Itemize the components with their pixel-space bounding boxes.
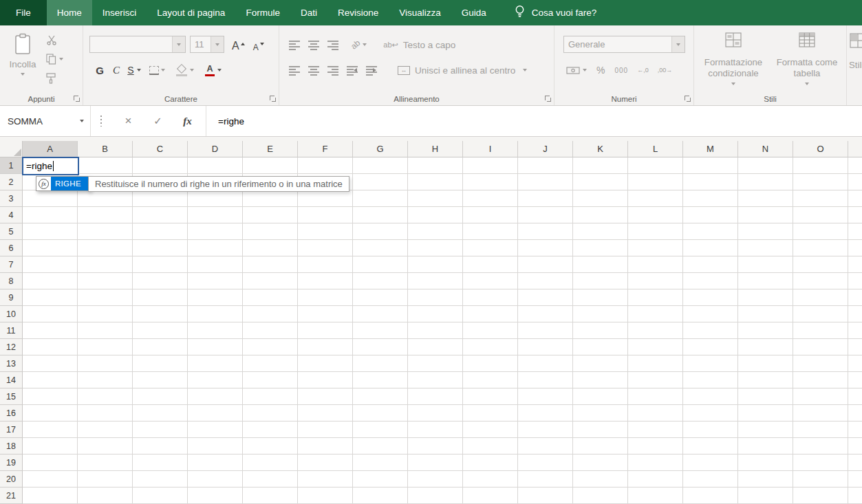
align-center-icon[interactable] — [308, 65, 319, 76]
numeri-dialog-launcher[interactable] — [685, 96, 691, 102]
font-size-combobox[interactable]: 11 — [190, 36, 224, 53]
format-as-table-dropdown-arrow[interactable] — [805, 83, 809, 85]
formula-autocomplete[interactable]: fx RIGHE — [36, 176, 91, 191]
format-painter-button[interactable] — [43, 72, 63, 85]
column-header-L[interactable]: L — [628, 141, 683, 157]
row-header-14[interactable]: 14 — [0, 372, 23, 388]
tab-inserisci[interactable]: Inserisci — [92, 0, 147, 25]
tab-formule[interactable]: Formule — [235, 0, 290, 25]
bold-button[interactable]: G — [91, 65, 108, 76]
tab-file[interactable]: File — [0, 0, 47, 25]
row-header-12[interactable]: 12 — [0, 339, 23, 355]
shrink-font-button[interactable]: A — [253, 43, 264, 52]
paste-button[interactable]: Incolla — [5, 30, 41, 87]
autocomplete-item-righe[interactable]: RIGHE — [51, 177, 90, 190]
column-header-C[interactable]: C — [133, 141, 188, 157]
font-size-dropdown-arrow[interactable] — [211, 36, 224, 52]
column-header-H[interactable]: H — [408, 141, 463, 157]
column-header-E[interactable]: E — [243, 141, 298, 157]
merge-center-button[interactable]: ↔ Unisci e allinea al centro — [398, 65, 527, 76]
row-header-6[interactable]: 6 — [0, 240, 23, 256]
orientation-dropdown-arrow[interactable] — [363, 43, 367, 46]
tab-dati[interactable]: Dati — [290, 0, 327, 25]
align-top-icon[interactable] — [289, 40, 300, 50]
font-color-dropdown-arrow[interactable] — [217, 69, 222, 72]
wrap-text-button[interactable]: ab↩ Testo a capo — [383, 40, 455, 50]
allineamento-dialog-launcher[interactable] — [545, 96, 551, 102]
select-all-corner[interactable] — [0, 141, 23, 157]
column-header-I[interactable]: I — [463, 141, 518, 157]
column-header-M[interactable]: M — [683, 141, 738, 157]
row-header-17[interactable]: 17 — [0, 421, 23, 438]
borders-icon[interactable] — [149, 66, 159, 75]
percent-style-button[interactable]: % — [596, 65, 605, 76]
cell-styles-button-clipped[interactable]: Stili cella — [847, 25, 862, 105]
formula-input[interactable]: =righe — [206, 106, 862, 136]
row-header-16[interactable]: 16 — [0, 405, 23, 421]
row-header-7[interactable]: 7 — [0, 256, 23, 273]
fill-color-dropdown-arrow[interactable] — [190, 69, 194, 72]
column-header-G[interactable]: G — [353, 141, 408, 157]
column-header-K[interactable]: K — [573, 141, 628, 157]
row-header-11[interactable]: 11 — [0, 322, 23, 339]
row-header-4[interactable]: 4 — [0, 207, 23, 223]
active-cell-a1[interactable]: =righe — [22, 157, 79, 175]
column-header-A[interactable]: A — [23, 141, 78, 157]
align-middle-icon[interactable] — [308, 40, 319, 50]
tab-revisione[interactable]: Revisione — [327, 0, 389, 25]
row-header-10[interactable]: 10 — [0, 306, 23, 322]
format-as-table-button[interactable]: Formatta come tabella — [771, 30, 843, 100]
number-format-combobox[interactable]: Generale — [563, 36, 685, 53]
column-header-N[interactable]: N — [738, 141, 793, 157]
enter-button[interactable]: ✓ — [143, 106, 173, 136]
conditional-formatting-dropdown-arrow[interactable] — [731, 83, 735, 85]
decrease-indent-icon[interactable] — [347, 65, 358, 76]
align-right-icon[interactable] — [327, 65, 338, 76]
column-header-B[interactable]: B — [78, 141, 133, 157]
font-name-combobox[interactable] — [89, 36, 186, 53]
appunti-dialog-launcher[interactable] — [74, 96, 80, 102]
tab-layout-di-pagina[interactable]: Layout di pagina — [147, 0, 235, 25]
cancel-button[interactable]: × — [114, 106, 143, 136]
grid-cells[interactable] — [23, 157, 862, 504]
row-header-18[interactable]: 18 — [0, 438, 23, 454]
copy-button[interactable] — [43, 52, 63, 66]
align-left-icon[interactable] — [289, 65, 300, 76]
merge-center-dropdown-arrow[interactable] — [523, 69, 527, 72]
tab-guida[interactable]: Guida — [451, 0, 497, 25]
copy-dropdown-arrow[interactable] — [59, 58, 63, 61]
paste-dropdown-arrow[interactable] — [21, 73, 25, 76]
cut-button[interactable] — [43, 33, 63, 47]
conditional-formatting-button[interactable]: Formattazione condizionale — [698, 30, 769, 100]
accounting-format-button[interactable] — [566, 66, 587, 75]
column-header-O[interactable]: O — [793, 141, 848, 157]
row-header-2[interactable]: 2 — [0, 174, 23, 190]
row-header-8[interactable]: 8 — [0, 273, 23, 289]
fill-color-icon[interactable] — [175, 65, 188, 76]
row-header-1[interactable]: 1 — [0, 157, 23, 174]
borders-dropdown-arrow[interactable] — [161, 69, 165, 72]
insert-function-button[interactable]: fx — [173, 106, 202, 136]
column-header-F[interactable]: F — [298, 141, 353, 157]
row-header-21[interactable]: 21 — [0, 487, 23, 504]
row-header-9[interactable]: 9 — [0, 289, 23, 306]
grow-font-button[interactable]: A — [232, 40, 245, 52]
decrease-decimal-button[interactable]: ,00→ — [658, 67, 673, 74]
carattere-dialog-launcher[interactable] — [270, 96, 276, 102]
row-header-15[interactable]: 15 — [0, 388, 23, 405]
row-header-5[interactable]: 5 — [0, 223, 23, 240]
column-header-D[interactable]: D — [188, 141, 243, 157]
increase-indent-icon[interactable] — [366, 65, 377, 76]
font-name-dropdown-arrow[interactable] — [172, 36, 185, 52]
font-color-icon[interactable]: A — [204, 65, 215, 76]
tell-me-search[interactable]: Cosa vuoi fare? — [515, 0, 597, 25]
tab-visualizza[interactable]: Visualizza — [389, 0, 451, 25]
italic-button[interactable]: C — [108, 65, 125, 76]
row-header-19[interactable]: 19 — [0, 454, 23, 471]
accounting-dropdown-arrow[interactable] — [583, 69, 587, 72]
underline-dropdown-arrow[interactable] — [137, 69, 141, 72]
align-bottom-icon[interactable] — [327, 40, 338, 50]
row-header-3[interactable]: 3 — [0, 190, 23, 207]
number-format-dropdown-arrow[interactable] — [671, 36, 685, 52]
orientation-button[interactable]: ab — [351, 40, 367, 50]
